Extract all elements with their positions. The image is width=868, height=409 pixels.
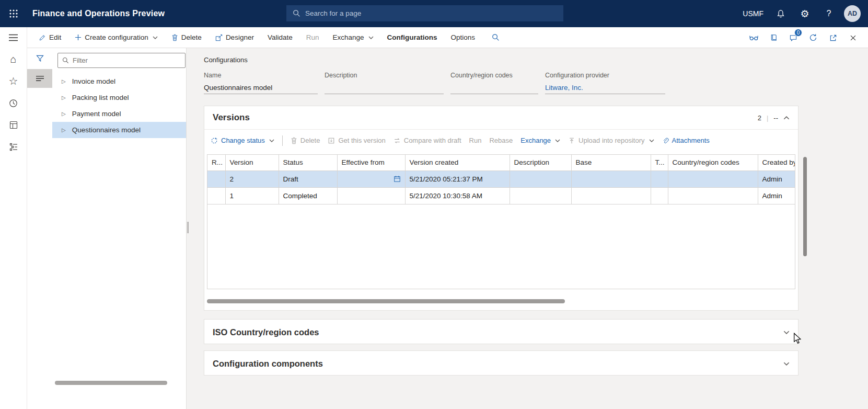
settings-button[interactable]: ⚙ bbox=[793, 0, 817, 27]
versions-header[interactable]: Versions 2 | -- bbox=[204, 106, 798, 129]
cell-status[interactable]: Completed bbox=[279, 187, 337, 204]
messages-button[interactable]: 0 bbox=[783, 27, 803, 48]
collapse-chevron-icon[interactable] bbox=[783, 116, 790, 120]
validate-button[interactable]: Validate bbox=[268, 33, 293, 41]
expand-chevron-down-icon[interactable] bbox=[783, 362, 790, 366]
column-header-version-created[interactable]: Version created bbox=[405, 155, 510, 171]
expand-chevron-icon[interactable]: ▷ bbox=[62, 95, 66, 100]
avatar[interactable]: AD bbox=[844, 5, 861, 22]
grid-horizontal-scrollbar[interactable] bbox=[207, 299, 565, 303]
expand-navigation-button[interactable] bbox=[0, 27, 27, 48]
name-field-value[interactable]: Questionnaires model bbox=[204, 84, 318, 94]
cell-version-created[interactable]: 5/21/2020 10:30:58 AM bbox=[405, 187, 510, 204]
compare-with-draft-button[interactable]: Compare with draft bbox=[394, 137, 461, 144]
cell-r[interactable] bbox=[207, 171, 225, 187]
configuration-components-header[interactable]: Configuration components bbox=[204, 351, 798, 376]
column-header-created-by[interactable]: Created by bbox=[758, 155, 795, 171]
global-search[interactable] bbox=[286, 5, 563, 21]
search-input[interactable] bbox=[305, 9, 557, 17]
tree-item-packing-list-model[interactable]: ▷ Packing list model bbox=[52, 89, 186, 106]
cell-effective-from[interactable] bbox=[337, 187, 405, 204]
nav-home-button[interactable]: ⌂ bbox=[0, 48, 27, 70]
tab-configurations[interactable]: Configurations bbox=[387, 33, 437, 41]
version-row-1[interactable]: 1 Completed 5/21/2020 10:30:58 AM Admin bbox=[207, 187, 795, 204]
cell-version[interactable]: 1 bbox=[225, 187, 279, 204]
column-header-country-region-codes[interactable]: Country/region codes bbox=[668, 155, 758, 171]
page-vertical-scrollbar[interactable] bbox=[803, 157, 807, 256]
delete-button[interactable]: Delete bbox=[171, 33, 202, 41]
expand-chevron-down-icon[interactable] bbox=[783, 331, 790, 334]
column-header-r[interactable]: R... bbox=[207, 155, 225, 171]
exchange-menu-button[interactable]: Exchange bbox=[332, 33, 373, 41]
cell-base[interactable] bbox=[571, 187, 651, 204]
column-header-base[interactable]: Base bbox=[571, 155, 651, 171]
description-field-value[interactable] bbox=[325, 84, 444, 94]
configuration-provider-link[interactable]: Litware, Inc. bbox=[545, 84, 665, 94]
cell-t[interactable] bbox=[651, 171, 668, 187]
page-region: Edit Create configuration Delete bbox=[27, 27, 868, 409]
cell-status[interactable]: Draft bbox=[279, 171, 337, 187]
cell-base[interactable] bbox=[571, 171, 651, 187]
close-page-button[interactable] bbox=[843, 27, 863, 48]
cell-version[interactable]: 2 bbox=[225, 171, 279, 187]
company-selector[interactable]: USMF bbox=[737, 9, 769, 18]
tab-options[interactable]: Options bbox=[451, 33, 476, 41]
column-header-t[interactable]: T... bbox=[651, 155, 668, 171]
nav-modules-button[interactable] bbox=[0, 136, 27, 158]
designer-button[interactable]: Designer bbox=[215, 33, 254, 41]
create-configuration-button[interactable]: Create configuration bbox=[75, 33, 158, 41]
change-status-button[interactable]: Change status bbox=[211, 137, 274, 144]
tree-horizontal-scrollbar[interactable] bbox=[55, 381, 167, 385]
cell-effective-from[interactable] bbox=[337, 171, 405, 187]
action-search-button[interactable] bbox=[492, 33, 500, 41]
tree-filter-input[interactable] bbox=[73, 56, 181, 64]
cell-r[interactable] bbox=[207, 187, 225, 204]
versions-exchange-button[interactable]: Exchange bbox=[520, 137, 560, 144]
column-header-effective-from[interactable]: Effective from bbox=[337, 155, 405, 171]
notifications-button[interactable] bbox=[769, 0, 793, 27]
versions-delete-button[interactable]: Delete bbox=[291, 137, 320, 144]
get-this-version-button[interactable]: Get this version bbox=[328, 137, 385, 144]
cell-created-by[interactable]: Admin bbox=[758, 187, 795, 204]
run-button[interactable]: Run bbox=[306, 33, 319, 41]
versions-overflow[interactable]: -- bbox=[773, 114, 778, 122]
refresh-button[interactable] bbox=[803, 27, 823, 48]
tree-item-questionnaires-model[interactable]: ▷ Questionnaires model bbox=[52, 122, 186, 138]
expand-chevron-icon[interactable]: ▷ bbox=[62, 111, 66, 117]
calendar-icon[interactable] bbox=[394, 175, 401, 183]
task-recorder-button[interactable] bbox=[744, 27, 763, 48]
upload-into-repository-button[interactable]: Upload into repository bbox=[568, 137, 654, 144]
edit-button[interactable]: Edit bbox=[39, 33, 61, 41]
guide-button[interactable] bbox=[763, 27, 783, 48]
cell-t[interactable] bbox=[651, 187, 668, 204]
cell-version-created[interactable]: 5/21/2020 05:21:37 PM bbox=[405, 171, 510, 187]
column-header-description[interactable]: Description bbox=[510, 155, 571, 171]
show-filters-button[interactable] bbox=[27, 48, 52, 69]
country-codes-field-value[interactable] bbox=[450, 84, 538, 94]
cell-description[interactable] bbox=[510, 187, 571, 204]
cell-description[interactable] bbox=[510, 171, 571, 187]
column-header-status[interactable]: Status bbox=[279, 155, 337, 171]
tree-item-invoice-model[interactable]: ▷ Invoice model bbox=[52, 73, 186, 89]
cell-country-region-codes[interactable] bbox=[668, 171, 758, 187]
help-button[interactable]: ? bbox=[817, 0, 841, 27]
expand-chevron-icon[interactable]: ▷ bbox=[62, 79, 66, 84]
list-view-button[interactable] bbox=[27, 69, 52, 88]
open-in-new-window-button[interactable] bbox=[823, 27, 843, 48]
nav-recent-button[interactable] bbox=[0, 92, 27, 114]
tree-filter-field[interactable] bbox=[57, 53, 186, 68]
column-header-version[interactable]: Version bbox=[225, 155, 279, 171]
iso-country-region-codes-header[interactable]: ISO Country/region codes bbox=[204, 320, 798, 345]
tree-item-payment-model[interactable]: ▷ Payment model bbox=[52, 106, 186, 122]
app-launcher-button[interactable] bbox=[0, 0, 27, 27]
nav-favorites-button[interactable]: ☆ bbox=[0, 70, 27, 92]
rebase-button[interactable]: Rebase bbox=[489, 137, 513, 144]
list-lines-icon bbox=[36, 75, 44, 82]
cell-created-by[interactable]: Admin bbox=[758, 171, 795, 187]
cell-country-region-codes[interactable] bbox=[668, 187, 758, 204]
expand-chevron-icon[interactable]: ▷ bbox=[62, 128, 66, 133]
versions-run-button[interactable]: Run bbox=[469, 137, 482, 144]
version-row-2[interactable]: 2 Draft bbox=[207, 171, 795, 187]
nav-workspace-button[interactable] bbox=[0, 114, 27, 136]
attachments-button[interactable]: Attachments bbox=[662, 137, 710, 144]
